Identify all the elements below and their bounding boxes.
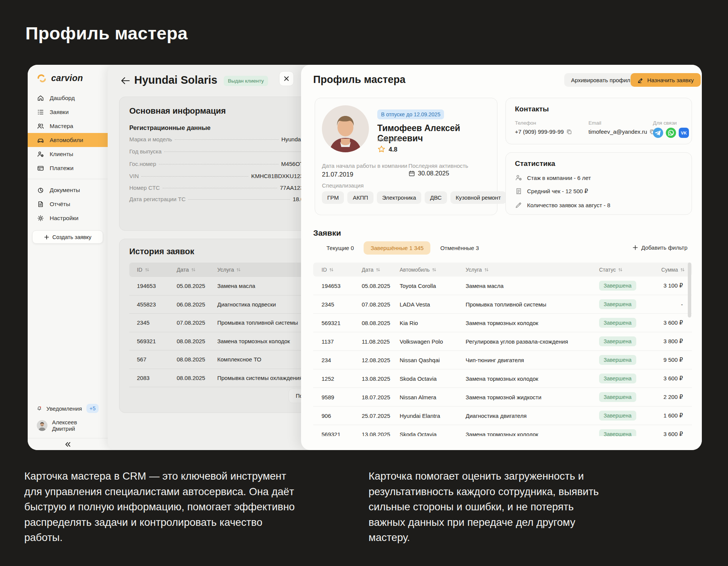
status-badge: Завершена <box>599 336 636 346</box>
sort-icon[interactable] <box>431 267 437 272</box>
create-request-label: Создать заявку <box>52 234 91 240</box>
history-row[interactable]: 455823 06.08.2025 Диагностика подвески <box>129 296 321 314</box>
history-row[interactable]: 2083 08.08.2025 Промывка системы охлажде… <box>129 369 321 388</box>
history-cell-service: Комплексное ТО <box>217 356 314 363</box>
vehicle-info-row: VIN KMHC81BDXKU123456 <box>129 172 321 184</box>
telegram-icon[interactable] <box>653 128 663 138</box>
sort-icon[interactable] <box>329 267 334 272</box>
history-cell-id: 2345 <box>137 319 177 326</box>
close-panel-button[interactable] <box>279 71 294 86</box>
phone-value: +7 (909) 999-99-99 <box>515 128 564 135</box>
user-item[interactable]: Алексеев Дмитрий <box>28 416 108 435</box>
status-badge: Завершена <box>599 355 636 365</box>
request-row[interactable]: 569321 08.08.2025 Kia Rio Замена тормозн… <box>313 314 692 332</box>
cell-date: 25.07.2025 <box>362 413 400 419</box>
sort-icon[interactable] <box>618 267 623 272</box>
request-row[interactable]: 9589 18.07.2025 Nissan Almera Замена тор… <box>313 388 692 407</box>
history-row[interactable]: 2345 07.08.2025 Промывка топливной систе… <box>129 314 321 332</box>
archive-profile-button[interactable]: Архивировать профиль <box>564 73 640 87</box>
request-row[interactable]: 194653 05.08.2025 Toyota Corolla Замена … <box>313 277 692 295</box>
assign-request-button[interactable]: Назначить заявку <box>631 73 701 87</box>
vehicle-status-badge: Выдан клиенту <box>224 76 268 86</box>
request-row[interactable]: 1137 11.08.2025 Volkswagen Polo Регулиро… <box>313 332 692 351</box>
requests-table: ID Дата Автомобиль Услуга Статус Сумма 1… <box>313 263 692 436</box>
create-request-button[interactable]: Создать заявку <box>32 230 103 244</box>
status-badge: Завершена <box>599 429 636 436</box>
request-row[interactable]: 2345 07.08.2025 LADA Vesta Промывка топл… <box>313 295 692 314</box>
sort-icon[interactable] <box>680 267 685 272</box>
status-badge: Завершена <box>599 411 636 421</box>
sort-icon[interactable] <box>191 267 196 272</box>
status-badge: Завершена <box>599 318 636 328</box>
whatsapp-icon[interactable] <box>666 128 676 138</box>
social-block: Для связи VK <box>653 120 689 138</box>
sidebar-item-masters[interactable]: Мастера <box>28 119 108 133</box>
notifications-badge: +5 <box>86 404 99 413</box>
cell-id: 1252 <box>322 375 362 382</box>
copy-icon[interactable] <box>566 129 572 135</box>
cell-date: 18.07.2025 <box>362 394 400 400</box>
history-row[interactable]: 567 08.08.2025 Комплексное ТО <box>129 350 321 369</box>
history-cell-date: 08.08.2025 <box>177 375 217 381</box>
logo-text: carvion <box>51 73 83 83</box>
cell-sum: 3 600 ₽ <box>647 375 685 382</box>
requests-tabs: Текущие 0 Завершённые 1 345 Отменённые 3 <box>326 241 479 255</box>
sidebar-item-settings[interactable]: Настройки <box>28 211 108 225</box>
history-row[interactable]: 194653 05.08.2025 Замена масла <box>129 277 321 296</box>
last-activity-date: 30.08.2025 <box>418 170 449 177</box>
plus-icon <box>632 245 638 250</box>
dotted-leader <box>141 176 248 177</box>
request-row[interactable]: 234 12.08.2025 Nissan Qashqai Чип-тюнинг… <box>313 351 692 369</box>
request-row[interactable]: 569321 13.08.2025 Skoda Octavia Замена т… <box>313 425 692 436</box>
history-cell-id: 567 <box>137 356 177 363</box>
history-cell-id: 455823 <box>137 301 177 308</box>
sidebar-item-documents[interactable]: Документы <box>28 183 108 197</box>
cell-date: 08.08.2025 <box>362 320 400 326</box>
col-service: Услуга <box>466 267 482 273</box>
sidebar: carvion Дашборд Заявки Мастера Автомобил… <box>28 65 108 450</box>
collapse-sidebar-button[interactable] <box>28 438 108 450</box>
page-title: Профиль мастера <box>25 23 188 44</box>
user-avatar <box>37 420 47 431</box>
add-filter-label: Добавить фильтр <box>641 244 687 251</box>
sort-icon[interactable] <box>375 267 381 272</box>
history-row[interactable]: 569321 08.08.2025 Замена тормозных колод… <box>129 332 321 351</box>
tab-current[interactable]: Текущие 0 <box>326 241 354 255</box>
add-filter-button[interactable]: Добавить фильтр <box>632 244 687 251</box>
sort-icon[interactable] <box>144 267 150 272</box>
cell-id: 2345 <box>322 301 362 308</box>
vk-icon[interactable]: VK <box>679 128 689 138</box>
home-icon <box>37 94 44 102</box>
profile-panel-title: Профиль мастера <box>313 74 405 86</box>
sidebar-item-label: Заявки <box>50 109 69 116</box>
tab-completed[interactable]: Завершённые 1 345 <box>364 241 430 255</box>
sidebar-item-clients[interactable]: Клиенты <box>28 147 108 161</box>
cell-id: 569321 <box>322 431 362 436</box>
sort-icon[interactable] <box>484 267 489 272</box>
logo[interactable]: carvion <box>28 65 108 83</box>
specialization-chips: ГРМАКППЭлектроникаДВСКузовной ремонт <box>322 191 506 204</box>
notifications-item[interactable]: Уведомления +5 <box>28 401 108 416</box>
cell-date: 05.08.2025 <box>362 283 400 289</box>
sidebar-item-payments[interactable]: Платежи <box>28 161 108 175</box>
cell-id: 9589 <box>322 394 362 400</box>
plus-icon <box>44 235 49 240</box>
stat-text: Средний чек - 12 500 ₽ <box>527 188 588 195</box>
sidebar-item-reports[interactable]: Отчёты <box>28 197 108 211</box>
request-row[interactable]: 1252 13.08.2025 Skoda Octavia Замена тор… <box>313 369 692 388</box>
table-scrollbar[interactable] <box>688 263 691 317</box>
tab-cancelled[interactable]: Отменённые 3 <box>440 241 479 255</box>
sidebar-item-vehicles[interactable]: Автомобили <box>28 133 108 147</box>
sidebar-item-requests[interactable]: Заявки <box>28 105 108 119</box>
car-icon <box>37 136 44 144</box>
back-button[interactable] <box>121 75 131 86</box>
sidebar-item-dashboard[interactable]: Дашборд <box>28 91 108 105</box>
specialization-chip: АКПП <box>347 191 373 204</box>
request-row[interactable]: 906 25.07.2025 Hyundai Elantra Диагности… <box>313 407 692 425</box>
person-gear-icon <box>515 174 522 181</box>
sidebar-bottom: Уведомления +5 Алексеев Дмитрий <box>28 401 108 450</box>
sort-icon[interactable] <box>236 267 241 272</box>
sidebar-item-label: Документы <box>50 187 80 194</box>
cell-sum: 9 500 ₽ <box>647 356 685 363</box>
col-id: ID <box>322 267 327 273</box>
